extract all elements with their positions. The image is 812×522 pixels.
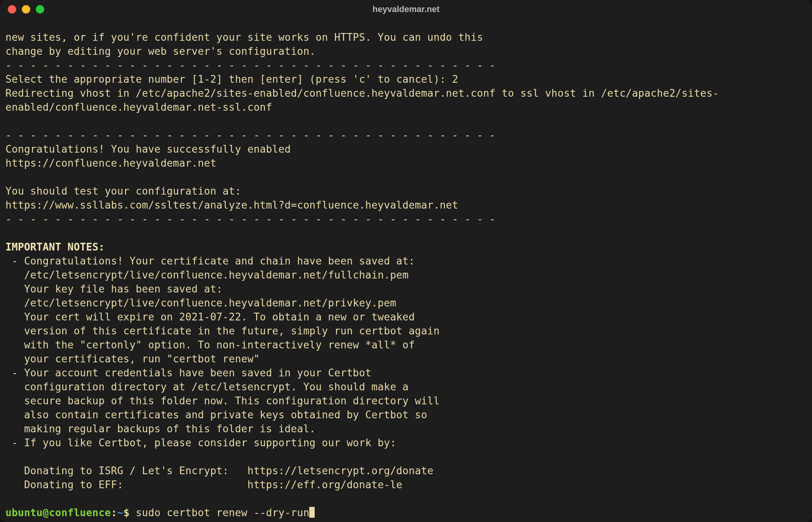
- close-icon[interactable]: [8, 5, 16, 14]
- terminal-line: enabled/confluence.heyvaldemar.net-ssl.c…: [5, 101, 272, 113]
- terminal-line: configuration directory at /etc/letsencr…: [5, 381, 409, 393]
- terminal-line: secure backup of this folder now. This c…: [5, 395, 440, 407]
- prompt-separator: :: [111, 507, 117, 519]
- prompt-user-host: ubuntu@confluence: [5, 507, 111, 519]
- terminal-window: heyvaldemar.net new sites, or if you're …: [0, 0, 812, 522]
- traffic-lights: [8, 5, 44, 14]
- important-notes-heading: IMPORTANT NOTES:: [5, 241, 105, 253]
- terminal-line: - - - - - - - - - - - - - - - - - - - - …: [5, 129, 495, 141]
- terminal-body[interactable]: new sites, or if you're confident your s…: [0, 19, 812, 522]
- maximize-icon[interactable]: [36, 5, 44, 14]
- terminal-line: Your key file has been saved at:: [5, 283, 223, 295]
- terminal-line: - Your account credentials have been sav…: [5, 367, 371, 379]
- terminal-line: change by editing your web server's conf…: [5, 45, 315, 57]
- terminal-line: /etc/letsencrypt/live/confluence.heyvald…: [5, 269, 409, 281]
- terminal-line: Redirecting vhost in /etc/apache2/sites-…: [5, 87, 719, 99]
- terminal-line: Select the appropriate number [1-2] then…: [5, 73, 458, 85]
- terminal-line: You should test your configuration at:: [5, 185, 241, 197]
- terminal-line: also contain certificates and private ke…: [5, 409, 427, 421]
- titlebar: heyvaldemar.net: [0, 0, 812, 19]
- minimize-icon[interactable]: [22, 5, 30, 14]
- terminal-line: https://confluence.heyvaldemar.net: [5, 157, 216, 169]
- terminal-line: new sites, or if you're confident your s…: [5, 31, 483, 43]
- terminal-line: with the "certonly" option. To non-inter…: [5, 339, 415, 351]
- terminal-line: version of this certificate in the futur…: [5, 325, 440, 337]
- terminal-line: your certificates, run "certbot renew": [5, 353, 260, 365]
- terminal-line: making regular backups of this folder is…: [5, 423, 315, 435]
- terminal-line: - - - - - - - - - - - - - - - - - - - - …: [5, 213, 495, 225]
- terminal-line: Donating to EFF: https://eff.org/donate-…: [5, 479, 403, 491]
- prompt-path: ~: [117, 507, 123, 519]
- terminal-line: - Congratulations! Your certificate and …: [5, 255, 415, 267]
- terminal-line: /etc/letsencrypt/live/confluence.heyvald…: [5, 297, 396, 309]
- terminal-line: https://www.ssllabs.com/ssltest/analyze.…: [5, 199, 458, 211]
- terminal-line: - If you like Certbot, please consider s…: [5, 437, 396, 449]
- cursor-icon: [309, 507, 315, 518]
- command-input[interactable]: sudo certbot renew --dry-run: [136, 507, 309, 519]
- terminal-line: Donating to ISRG / Let's Encrypt: https:…: [5, 465, 434, 477]
- window-title: heyvaldemar.net: [0, 4, 812, 14]
- terminal-line: Congratulations! You have successfully e…: [5, 143, 291, 155]
- terminal-line: Your cert will expire on 2021-07-22. To …: [5, 311, 415, 323]
- prompt-symbol: $: [123, 507, 136, 519]
- terminal-line: - - - - - - - - - - - - - - - - - - - - …: [5, 59, 495, 71]
